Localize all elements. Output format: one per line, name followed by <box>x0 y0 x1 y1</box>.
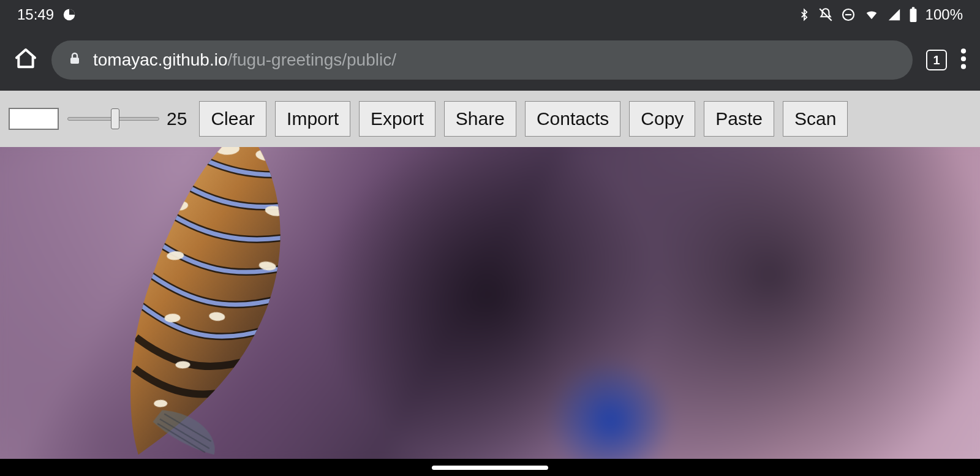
wifi-icon <box>863 8 880 21</box>
url-host: tomayac.github.io <box>93 50 227 69</box>
lock-icon <box>67 50 82 71</box>
app-toolbar: 25 Clear Import Export Share Contacts Co… <box>0 91 980 147</box>
dnd-mute-icon <box>818 7 834 23</box>
battery-icon <box>908 7 918 23</box>
drawing-canvas[interactable] <box>0 147 980 459</box>
export-button[interactable]: Export <box>359 101 435 137</box>
svg-rect-4 <box>910 9 916 22</box>
slider-value-label: 25 <box>167 108 187 129</box>
paste-button[interactable]: Paste <box>704 101 774 137</box>
svg-point-8 <box>961 56 966 61</box>
clear-button[interactable]: Clear <box>199 101 266 137</box>
android-nav-bar <box>0 459 980 476</box>
svg-point-9 <box>961 64 966 69</box>
contacts-button[interactable]: Contacts <box>525 101 620 137</box>
svg-point-18 <box>176 361 190 369</box>
svg-line-1 <box>820 9 832 21</box>
svg-point-19 <box>154 400 167 407</box>
scan-button[interactable]: Scan <box>783 101 848 137</box>
tab-switcher-button[interactable]: 1 <box>926 50 947 70</box>
status-clock: 15:49 <box>17 6 54 23</box>
tab-count-value: 1 <box>933 53 940 67</box>
copy-button[interactable]: Copy <box>629 101 695 137</box>
more-menu-icon[interactable] <box>960 47 967 73</box>
data-saver-icon <box>62 8 76 21</box>
url-path: /fugu-greetings/public/ <box>227 50 396 69</box>
share-button[interactable]: Share <box>444 101 516 137</box>
import-button[interactable]: Import <box>275 101 350 137</box>
svg-rect-6 <box>70 58 79 64</box>
svg-point-7 <box>961 48 966 53</box>
color-swatch-input[interactable] <box>9 108 59 130</box>
android-status-bar: 15:49 100% <box>0 0 980 29</box>
slider-thumb[interactable] <box>111 108 119 129</box>
browser-chrome-bar: tomayac.github.io/fugu-greetings/public/… <box>0 29 980 91</box>
gesture-nav-pill[interactable] <box>432 466 548 470</box>
address-bar[interactable]: tomayac.github.io/fugu-greetings/public/ <box>51 40 913 80</box>
svg-rect-5 <box>911 7 914 9</box>
cell-signal-icon <box>888 8 901 21</box>
url-text: tomayac.github.io/fugu-greetings/public/ <box>93 50 396 70</box>
svg-point-10 <box>182 153 205 165</box>
bluetooth-icon <box>798 7 810 23</box>
battery-percent: 100% <box>925 6 963 23</box>
home-icon[interactable] <box>13 47 38 74</box>
brush-size-slider[interactable] <box>67 108 159 130</box>
do-not-disturb-icon <box>841 7 856 22</box>
